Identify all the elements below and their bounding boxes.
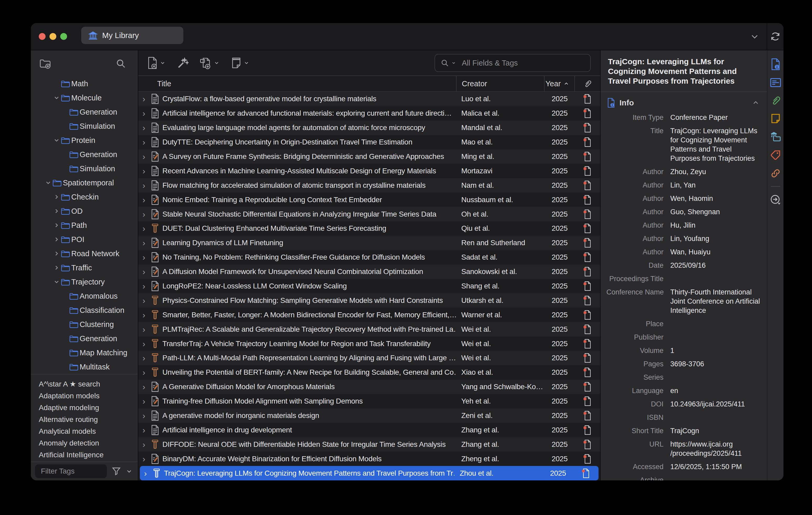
item-row-physics-constrained-flow-matching-sampli[interactable]: › Physics-Constrained Flow Matching: Sam…	[138, 293, 600, 307]
new-item-button[interactable]	[147, 57, 166, 69]
expand-chevron-icon[interactable]: ›	[143, 296, 148, 305]
item-row-smarter-better-faster-longer-a-modern-bi[interactable]: › Smarter, Better, Faster, Longer: A Mod…	[138, 307, 600, 322]
item-row-artificial-intelligence-in-drug-developm[interactable]: › Artificial intelligence in drug develo…	[138, 423, 600, 437]
collection-math[interactable]: Math	[31, 77, 138, 91]
expand-chevron-icon[interactable]: ›	[143, 196, 148, 204]
expand-chevron-icon[interactable]: ›	[143, 311, 148, 319]
abstract-rail-icon[interactable]	[770, 78, 781, 88]
item-row-binarydm-accurate-weight-binarization-fo[interactable]: › BinaryDM: Accurate Weight Binarization…	[138, 452, 600, 466]
tag-anomaly-detection[interactable]: Anomaly detection	[39, 437, 138, 449]
item-row-training-free-diffusion-model-alignment-[interactable]: › Training-free Diffusion Model Alignmen…	[138, 394, 600, 409]
item-row-flow-matching-for-accelerated-simulation[interactable]: › Flow matching for accelerated simulati…	[138, 178, 600, 192]
item-row-crystalflow-a-flow-based-generative-mode[interactable]: › CrystalFlow: a flow-based generative m…	[138, 92, 600, 106]
expand-chevron-icon[interactable]: ›	[143, 224, 148, 233]
field-value-item-type[interactable]: Conference Paper	[670, 113, 762, 122]
item-row-stable-neural-stochastic-differential-eq[interactable]: › Stable Neural Stochastic Differential …	[138, 207, 600, 221]
expand-chevron-icon[interactable]: ›	[143, 411, 148, 420]
close-window-button[interactable]	[39, 33, 46, 40]
field-value-series[interactable]	[670, 373, 762, 382]
collection-od[interactable]: OD	[31, 204, 138, 218]
tag-artificial-intelligence[interactable]: Artificial Intelligence	[39, 449, 138, 461]
collection-generation[interactable]: Generation	[31, 331, 138, 346]
minimize-window-button[interactable]	[50, 33, 56, 40]
item-row-a-generative-diffusion-model-for-amorpho[interactable]: › A Generative Diffusion Model for Amorp…	[138, 380, 600, 394]
field-value-pages[interactable]: 3698-3706	[670, 359, 762, 369]
expand-chevron-icon[interactable]: ›	[143, 440, 148, 449]
expand-chevron-icon[interactable]: ›	[143, 167, 148, 175]
chevron-right-icon[interactable]	[52, 264, 61, 271]
expand-chevron-icon[interactable]: ›	[143, 426, 148, 434]
expand-chevron-icon[interactable]: ›	[143, 268, 148, 276]
collection-checkin[interactable]: Checkin	[31, 190, 138, 204]
collection-clustering[interactable]: Clustering	[31, 317, 138, 331]
chevron-right-icon[interactable]	[52, 208, 61, 215]
field-value-short-title[interactable]: TrajCogn	[670, 426, 762, 436]
info-rail-icon[interactable]: i	[771, 58, 781, 70]
item-row-duet-dual-clustering-enhanced-multivaria[interactable]: › DUET: Dual Clustering Enhanced Multiva…	[138, 221, 600, 236]
field-value-title[interactable]: TrajCogn: Leveraging LLMs for Cognizing …	[670, 127, 762, 163]
field-value-author[interactable]: Wen, Haomin	[670, 194, 762, 203]
related-rail-icon[interactable]	[770, 168, 781, 179]
collection-anomalous[interactable]: Anomalous	[31, 289, 138, 303]
field-value-archive[interactable]	[670, 476, 762, 480]
expand-chevron-icon[interactable]: ›	[143, 239, 148, 247]
item-row-nomic-embed-training-a-reproducible-long[interactable]: › Nomic Embed: Training a Reproducible L…	[138, 192, 600, 207]
column-header-attachment[interactable]	[574, 76, 600, 91]
info-section-header[interactable]: i Info	[606, 97, 762, 113]
libraries-collections-rail-icon[interactable]	[770, 131, 781, 142]
field-value-publisher[interactable]	[670, 333, 762, 342]
field-value-place[interactable]	[670, 319, 762, 329]
collection-simulation[interactable]: Simulation	[31, 119, 138, 133]
item-row-trajcogn-leveraging-llms-for-cognizing-m[interactable]: › TrajCogn: Leveraging LLMs for Cognizin…	[140, 466, 599, 480]
field-value-isbn[interactable]	[670, 413, 762, 422]
item-row-learning-dynamics-of-llm-finetuning[interactable]: › Learning Dynamics of LLM Finetuning Re…	[138, 236, 600, 250]
field-value-author[interactable]: Hu, Jilin	[670, 221, 762, 230]
sync-button[interactable]	[767, 23, 783, 50]
field-value-author[interactable]: Zhou, Zeyu	[670, 167, 762, 177]
chevron-down-icon[interactable]	[44, 179, 52, 186]
expand-chevron-icon[interactable]: ›	[143, 455, 148, 463]
zoom-window-button[interactable]	[60, 33, 67, 40]
chevron-right-icon[interactable]	[52, 236, 61, 243]
collection-generation[interactable]: Generation	[31, 147, 138, 162]
collection-road-network[interactable]: Road Network	[31, 246, 138, 261]
field-value-author[interactable]: Wan, Huaiyu	[670, 247, 762, 257]
collection-molecule[interactable]: Molecule	[31, 91, 138, 105]
expand-chevron-icon[interactable]: ›	[143, 94, 148, 103]
item-row-longrope2-near-lossless-llm-context-wind[interactable]: › LongRoPE2: Near-Lossless LLM Context W…	[138, 279, 600, 293]
collection-spatiotemporal[interactable]: Spatiotemporal	[31, 176, 138, 190]
tag-alternative-routing[interactable]: Alternative routing	[39, 413, 138, 425]
item-row-path-llm-a-multi-modal-path-representati[interactable]: › Path-LLM: A Multi-Modal Path Represent…	[138, 351, 600, 365]
expand-chevron-icon[interactable]: ›	[143, 253, 148, 262]
collection-poi[interactable]: POI	[31, 232, 138, 246]
chevron-down-icon[interactable]	[126, 468, 133, 475]
tag-a-star-a-search[interactable]: A^\star A ★ search	[39, 378, 138, 390]
expand-chevron-icon[interactable]: ›	[143, 325, 148, 333]
collection-multitask[interactable]: Multitask	[31, 360, 138, 374]
new-attachment-button[interactable]	[200, 57, 220, 69]
item-row-artificial-intelligence-for-advanced-fun[interactable]: › Artificial intelligence for advanced f…	[138, 106, 600, 120]
chevron-right-icon[interactable]	[52, 222, 61, 229]
collection-generation[interactable]: Generation	[31, 105, 138, 119]
collection-simulation[interactable]: Simulation	[31, 162, 138, 176]
field-value-author[interactable]: Lin, Youfang	[670, 234, 762, 243]
expand-chevron-icon[interactable]: ›	[143, 138, 148, 146]
field-value-conference-name[interactable]: Thirty-Fourth International Joint Confer…	[670, 288, 762, 315]
collection-map-matching[interactable]: Map Matching	[31, 346, 138, 360]
field-value-volume[interactable]: 1	[670, 346, 762, 355]
field-value-date[interactable]: 2025/09/16	[670, 261, 762, 270]
item-row-diffode-neural-ode-with-differentiable-h[interactable]: › DIFFODE: Neural ODE with Differentiabl…	[138, 437, 600, 452]
field-value-proceedings-title[interactable]	[670, 274, 762, 283]
expand-chevron-icon[interactable]: ›	[143, 383, 148, 391]
field-value-author[interactable]: Lin, Yan	[670, 181, 762, 190]
item-row-unveiling-the-potential-of-bert-family-a[interactable]: › Unveiling the Potential of BERT-family…	[138, 365, 600, 380]
chevron-right-icon[interactable]	[52, 250, 61, 257]
item-row-plmtrajrec-a-scalable-and-generalizable-[interactable]: › PLMTrajRec: A Scalable and Generalizab…	[138, 322, 600, 336]
notes-rail-icon[interactable]	[770, 113, 781, 124]
item-row-evaluating-large-language-model-agents-f[interactable]: › Evaluating large language model agents…	[138, 120, 600, 135]
column-header-year[interactable]: Year	[544, 76, 574, 91]
field-value-author[interactable]: Guo, Shengnan	[670, 208, 762, 217]
tag-analytical-models[interactable]: Analytical models	[39, 425, 138, 437]
expand-chevron-icon[interactable]: ›	[143, 397, 148, 405]
item-row-transfertraj-a-vehicle-trajectory-learni[interactable]: › TransferTraj: A Vehicle Trajectory Lea…	[138, 336, 600, 351]
